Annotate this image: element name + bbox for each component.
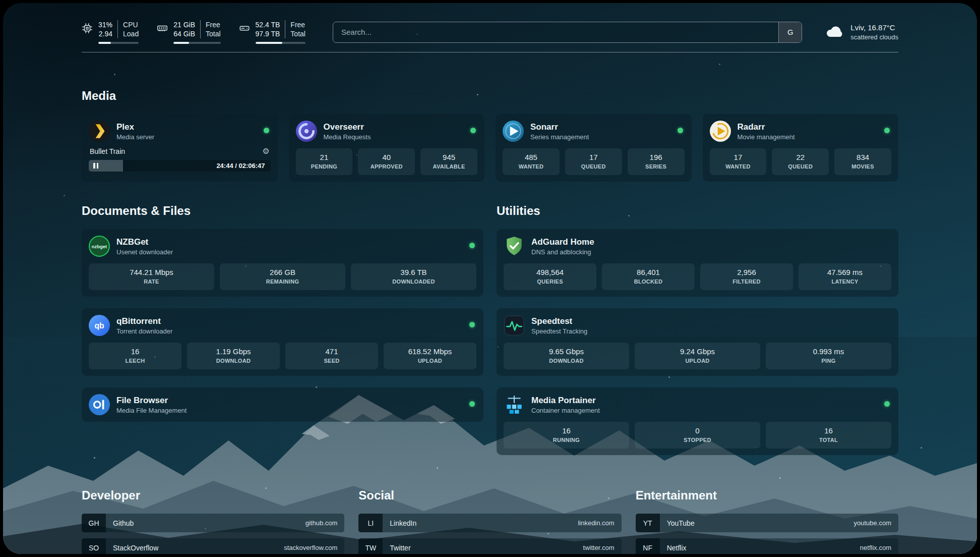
memory-progress-bar: [173, 42, 220, 44]
plex-icon: [89, 121, 110, 142]
section-documents: Documents & Files nzbget NZBGet Usenet d…: [82, 204, 483, 455]
status-dot: [469, 401, 475, 407]
bookmarks-title-social: Social: [358, 488, 621, 503]
svg-text:nzbget: nzbget: [92, 244, 107, 249]
service-card-sonarr[interactable]: Sonarr Series management 485 WANTED 17 Q…: [496, 114, 692, 182]
bookmark-abbr: SO: [82, 538, 106, 554]
service-card-qbittorrent[interactable]: qb qBittorrent Torrent downloader 16: [82, 308, 483, 376]
bookmark-github[interactable]: GH Github github.com: [82, 514, 344, 532]
service-name: Speedtest: [531, 316, 587, 327]
stat-label: LATENCY: [801, 278, 889, 286]
cpu-label: CPU: [123, 20, 139, 29]
bookmark-youtube[interactable]: YT YouTube youtube.com: [636, 514, 898, 532]
service-name: Plex: [116, 122, 154, 133]
bookmark-url: youtube.com: [854, 519, 898, 527]
stat-value: 945: [422, 152, 475, 162]
memory-free-value: 21 GiB: [173, 20, 195, 29]
stat-value: 21: [298, 152, 351, 162]
memory-free-label: Free: [206, 20, 221, 29]
weather-widget: Lviv, 16.87°C scattered clouds: [825, 23, 898, 41]
service-card-filebrowser[interactable]: File Browser Media File Management: [82, 387, 483, 422]
bookmark-abbr: LI: [358, 514, 383, 532]
stat-label: QUEUED: [774, 163, 827, 171]
service-subtitle: Movie management: [738, 133, 795, 141]
memory-total-value: 64 GiB: [173, 29, 195, 38]
stat-label: MOVIES: [836, 163, 889, 171]
search-input[interactable]: [333, 22, 778, 42]
overseerr-icon: [296, 121, 317, 142]
stat-tile: 945 AVAILABLE: [420, 148, 477, 175]
service-card-overseerr[interactable]: Overseerr Media Requests 21 PENDING 40 A…: [289, 114, 485, 182]
service-name: File Browser: [116, 395, 187, 406]
pause-icon[interactable]: [93, 163, 98, 169]
stat-tile: 9.24 Gbps UPLOAD: [635, 343, 760, 369]
service-name: qBittorrent: [116, 316, 172, 327]
stat-value: 0: [637, 426, 758, 436]
memory-icon: [157, 23, 168, 36]
bookmark-abbr: GH: [82, 514, 106, 532]
stat-tile: 47.569 ms LATENCY: [799, 263, 891, 290]
status-dot: [469, 322, 475, 327]
cpu-load-label: Load: [123, 29, 139, 38]
radarr-icon: [710, 121, 731, 142]
now-playing-title: Bullet Train: [90, 147, 125, 155]
service-name: Radarr: [738, 122, 795, 133]
gear-icon[interactable]: ⚙: [262, 147, 269, 155]
stat-label: DOWNLOAD: [506, 357, 627, 365]
disk-icon: [239, 23, 250, 36]
service-card-nzbget[interactable]: nzbget NZBGet Usenet downloader 744.21 M…: [82, 229, 483, 297]
stat-value: 9.65 Gbps: [506, 347, 627, 357]
stat-value: 16: [91, 347, 179, 357]
section-title-documents: Documents & Files: [82, 204, 483, 218]
disk-progress-fill: [256, 42, 283, 44]
stat-label: RUNNING: [506, 436, 627, 444]
snow-flakes: [3, 3, 5, 5]
service-card-plex[interactable]: Plex Media server Bullet Train ⚙ 24:44 /…: [82, 114, 278, 182]
stat-label: SERIES: [630, 163, 683, 171]
stat-label: LEECH: [91, 357, 179, 365]
stat-value: 86,401: [604, 267, 693, 277]
service-name: Sonarr: [530, 122, 589, 133]
service-name: AdGuard Home: [531, 237, 594, 248]
stat-label: AVAILABLE: [422, 163, 475, 171]
bookmark-url: stackoverflow.com: [284, 544, 344, 551]
bookmark-linkedin[interactable]: LI LinkedIn linkedin.com: [358, 514, 621, 532]
service-card-portainer[interactable]: Media Portainer Container management 16 …: [497, 387, 898, 455]
stat-label: QUEUED: [567, 163, 620, 171]
stat-label: TOTAL: [768, 436, 889, 444]
bookmark-name: YouTube: [660, 519, 854, 527]
bookmark-netflix[interactable]: NF Netflix netflix.com: [636, 538, 898, 554]
service-name: Media Portainer: [531, 395, 600, 406]
stat-tile: 1.19 Gbps DOWNLOAD: [187, 343, 280, 369]
bookmark-name: Github: [106, 519, 305, 527]
bookmarks-entertainment: Entertainment YT YouTube youtube.com NF …: [636, 488, 898, 554]
service-card-radarr[interactable]: Radarr Movie management 17 WANTED 22 QUE…: [703, 114, 899, 182]
section-title-utilities: Utilities: [497, 204, 898, 218]
service-name: NZBGet: [116, 237, 173, 248]
bookmarks-social: Social LI LinkedIn linkedin.com TW Twitt…: [358, 488, 621, 554]
bookmark-abbr: YT: [636, 514, 660, 532]
stat-label: APPROVED: [360, 163, 413, 171]
stat-tile: 2,956 FILTERED: [700, 263, 793, 290]
bookmark-twitter[interactable]: TW Twitter twitter.com: [358, 538, 621, 554]
stat-label: DOWNLOAD: [189, 357, 278, 365]
stat-label: UPLOAD: [386, 357, 474, 365]
status-dot: [884, 401, 890, 407]
section-utilities: Utilities AdGuard Home: [497, 204, 898, 455]
service-card-speedtest[interactable]: Speedtest Speedtest Tracking 9.65 Gbps D…: [497, 308, 898, 376]
bookmarks-title-entertainment: Entertainment: [636, 488, 898, 503]
bookmarks-title-developer: Developer: [82, 488, 344, 503]
service-subtitle: DNS and adblocking: [531, 248, 594, 256]
stat-value: 0.993 ms: [768, 347, 889, 357]
bookmark-stackoverflow[interactable]: SO StackOverflow stackoverflow.com: [82, 538, 344, 554]
service-card-adguard[interactable]: AdGuard Home DNS and adblocking 498,564 …: [497, 229, 898, 297]
adguard-icon: [504, 236, 525, 257]
disk-total-value: 97.9 TB: [256, 29, 280, 38]
stat-tile: 17 WANTED: [710, 148, 767, 175]
playback-progress-bar[interactable]: 24:44 / 02:06:47: [89, 160, 271, 172]
service-subtitle: Media File Management: [116, 406, 187, 415]
stat-tile: 471 SEED: [285, 343, 378, 369]
stat-tile: 21 PENDING: [296, 148, 353, 175]
bookmark-name: LinkedIn: [383, 519, 578, 527]
search-provider-button[interactable]: G: [778, 22, 802, 42]
